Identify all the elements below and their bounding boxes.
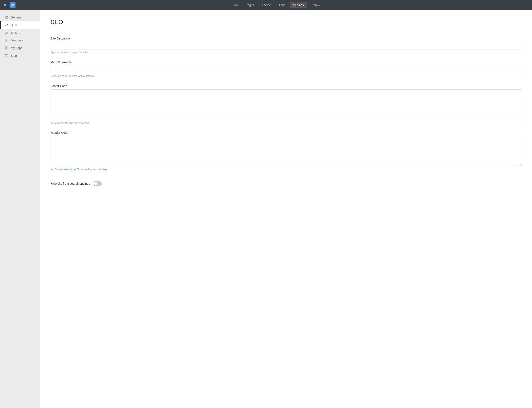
logo: W	[9, 2, 16, 8]
google-analytics-link[interactable]: Google Analytics	[55, 121, 73, 124]
site-description-label: Site Description	[51, 37, 522, 40]
comment-icon	[5, 54, 8, 57]
hide-from-search-row: Hide site from search engines	[51, 178, 522, 189]
sidebar-item-general[interactable]: General	[0, 14, 40, 21]
meta-keywords-section: Meta Keywords Separate each keyword with…	[51, 60, 522, 77]
nav-pages[interactable]: Pages	[242, 2, 258, 8]
sidebar-item-editors[interactable]: Editors	[0, 29, 40, 36]
footer-code-label: Footer Code	[51, 84, 522, 88]
sidebar-item-blog[interactable]: Blog	[0, 52, 40, 60]
svg-rect-4	[5, 47, 6, 48]
header-code-hint: ex. Google Webmaster Tools verification …	[51, 168, 522, 171]
nav-settings[interactable]: Settings	[290, 2, 307, 8]
top-nav: ✕ W Build Pages Theme Apps Settings Help…	[0, 0, 532, 10]
svg-rect-7	[7, 48, 8, 49]
toggle-knob	[93, 182, 97, 186]
footer-code-hint: ex. Google Analytics tracking code	[51, 121, 522, 124]
sidebar-label-myapps: My Apps	[11, 46, 22, 50]
svg-rect-6	[5, 48, 6, 49]
sidebar-label-seo: SEO	[11, 23, 17, 27]
close-button[interactable]: ✕	[3, 3, 7, 8]
footer-code-textarea[interactable]	[51, 89, 522, 119]
header-hint-prefix: ex.	[51, 168, 55, 171]
nav-help[interactable]: Help ▾	[308, 2, 323, 8]
gear-icon	[5, 16, 8, 19]
footer-code-section: Footer Code ex. Google Analytics trackin…	[51, 84, 522, 124]
pencil-icon	[5, 31, 8, 34]
hide-from-search-toggle[interactable]	[93, 181, 102, 186]
sidebar-item-seo[interactable]: SEO	[0, 21, 40, 29]
grid-icon	[5, 46, 8, 50]
site-description-section: Site Description Appears in search engin…	[51, 37, 522, 54]
sidebar-label-general: General	[11, 16, 21, 19]
footer-hint-suffix: tracking code	[74, 121, 90, 124]
svg-point-2	[6, 17, 7, 18]
site-description-input[interactable]	[51, 42, 522, 50]
sidebar-item-members[interactable]: Members	[0, 36, 40, 44]
svg-rect-5	[7, 47, 8, 48]
svg-rect-8	[5, 54, 8, 56]
page-title: SEO	[51, 19, 522, 26]
trend-icon	[5, 23, 8, 27]
svg-point-3	[6, 39, 7, 40]
meta-keywords-input[interactable]	[51, 66, 522, 73]
nav-build[interactable]: Build	[228, 2, 241, 8]
sidebar-label-editors: Editors	[11, 31, 20, 34]
footer-hint-prefix: ex.	[51, 121, 55, 124]
meta-keywords-hint: Separate each keyword with a comma	[51, 75, 522, 77]
main-content: SEO Site Description Appears in search e…	[40, 10, 532, 408]
header-code-section: Header Code ex. Google Webmaster Tools v…	[51, 131, 522, 171]
sidebar-item-myapps[interactable]: My Apps	[0, 44, 40, 52]
sidebar-label-members: Members	[11, 39, 23, 42]
header-hint-suffix: verification meta tag	[83, 168, 107, 171]
title-divider	[51, 30, 522, 30]
sidebar: General SEO Editors	[0, 10, 40, 408]
nav-apps[interactable]: Apps	[275, 2, 289, 8]
person-icon	[5, 39, 8, 42]
header-code-textarea[interactable]	[51, 136, 522, 166]
meta-keywords-label: Meta Keywords	[51, 60, 522, 64]
hide-from-search-label: Hide site from search engines	[51, 182, 90, 185]
site-description-hint: Appears in search engine results	[51, 51, 522, 54]
header-code-label: Header Code	[51, 131, 522, 134]
nav-links: Build Pages Theme Apps Settings Help ▾	[23, 2, 529, 8]
sidebar-label-blog: Blog	[11, 54, 17, 57]
main-layout: General SEO Editors	[0, 10, 532, 408]
nav-theme[interactable]: Theme	[258, 2, 274, 8]
svg-text:W: W	[11, 3, 14, 7]
google-webmaster-link[interactable]: Google Webmaster Tools	[55, 168, 83, 171]
